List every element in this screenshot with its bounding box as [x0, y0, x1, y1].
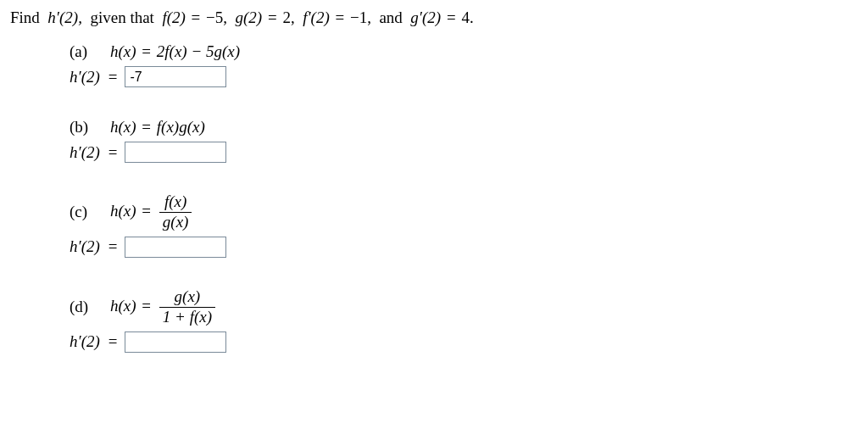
part-c-fraction: f(x) g(x) [159, 193, 192, 231]
part-b: (b) h(x) = f(x)g(x) h′(2) = [70, 118, 858, 163]
part-b-header: (b) h(x) = f(x)g(x) [70, 118, 858, 136]
part-a: (a) h(x) = 2f(x) − 5g(x) h′(2) = [70, 42, 858, 87]
prompt-lead: Find [10, 8, 40, 26]
part-a-lhs: h(x) [110, 42, 136, 60]
part-a-defn: h(x) = 2f(x) − 5g(x) [110, 42, 240, 61]
eq-sign: = [108, 68, 118, 86]
eq-sign: = [447, 8, 456, 26]
prompt-and: and [379, 8, 402, 26]
eq-sign: = [108, 332, 118, 351]
part-c-defn: h(x) = f(x) g(x) [110, 193, 194, 231]
part-a-header: (a) h(x) = 2f(x) − 5g(x) [70, 42, 858, 61]
f2-lhs: f(2) [162, 8, 185, 26]
part-c-answer-lhs: h′(2) [70, 237, 102, 256]
prompt-target: h′(2), [47, 8, 82, 26]
part-c-numerator: f(x) [159, 193, 192, 213]
part-b-lhs: h(x) [110, 118, 136, 136]
eq-sign: = [108, 143, 118, 162]
part-c-label: (c) [70, 203, 95, 221]
part-d-header: (d) h(x) = g(x) 1 + f(x) [70, 288, 858, 326]
prompt-given-lead: given that [90, 8, 153, 26]
part-d-answer-row: h′(2) = [70, 332, 858, 353]
part-d-fraction: g(x) 1 + f(x) [159, 288, 215, 326]
part-c: (c) h(x) = f(x) g(x) h′(2) = [70, 193, 858, 258]
part-d: (d) h(x) = g(x) 1 + f(x) h′(2) = [70, 288, 858, 353]
part-d-numerator: g(x) [159, 288, 215, 308]
eq-sign: = [268, 8, 277, 26]
g2-val: 2, [282, 8, 294, 26]
part-d-denominator: 1 + f(x) [159, 308, 215, 326]
eq-sign: = [192, 8, 201, 26]
fp2-val: −1, [350, 8, 371, 26]
part-c-header: (c) h(x) = f(x) g(x) [70, 193, 858, 231]
part-b-answer-row: h′(2) = [70, 142, 858, 163]
part-a-answer-lhs: h′(2) [70, 68, 102, 86]
part-c-lhs: h(x) [110, 202, 136, 220]
eq-sign: = [142, 118, 151, 136]
part-b-defn: h(x) = f(x)g(x) [110, 118, 205, 136]
part-b-answer-input[interactable] [125, 142, 226, 163]
part-a-answer-row: h′(2) = [70, 66, 858, 87]
eq-sign: = [142, 42, 151, 60]
part-a-answer-input[interactable] [125, 66, 226, 87]
part-a-label: (a) [70, 42, 95, 61]
fp2-lhs: f′(2) [303, 8, 330, 26]
part-b-label: (b) [70, 118, 95, 136]
part-d-answer-input[interactable] [125, 332, 226, 353]
g2-lhs: g(2) [236, 8, 263, 26]
gp2-lhs: g′(2) [410, 8, 441, 26]
f2-val: −5, [206, 8, 227, 26]
part-d-lhs: h(x) [110, 297, 136, 315]
eq-sign: = [108, 237, 118, 256]
part-c-answer-input[interactable] [125, 237, 226, 258]
part-d-label: (d) [70, 298, 95, 316]
part-d-answer-lhs: h′(2) [70, 332, 102, 351]
eq-sign: = [335, 8, 344, 26]
gp2-val: 4. [461, 8, 473, 26]
problem-prompt: Find h′(2), given that f(2) = −5, g(2) =… [10, 8, 858, 27]
part-c-denominator: g(x) [159, 213, 192, 231]
eq-sign: = [142, 297, 151, 315]
eq-sign: = [142, 202, 151, 220]
part-c-answer-row: h′(2) = [70, 237, 858, 258]
part-b-answer-lhs: h′(2) [70, 143, 102, 162]
part-b-rhs: f(x)g(x) [157, 118, 205, 136]
part-d-defn: h(x) = g(x) 1 + f(x) [110, 288, 218, 326]
part-a-rhs: 2f(x) − 5g(x) [157, 42, 240, 60]
